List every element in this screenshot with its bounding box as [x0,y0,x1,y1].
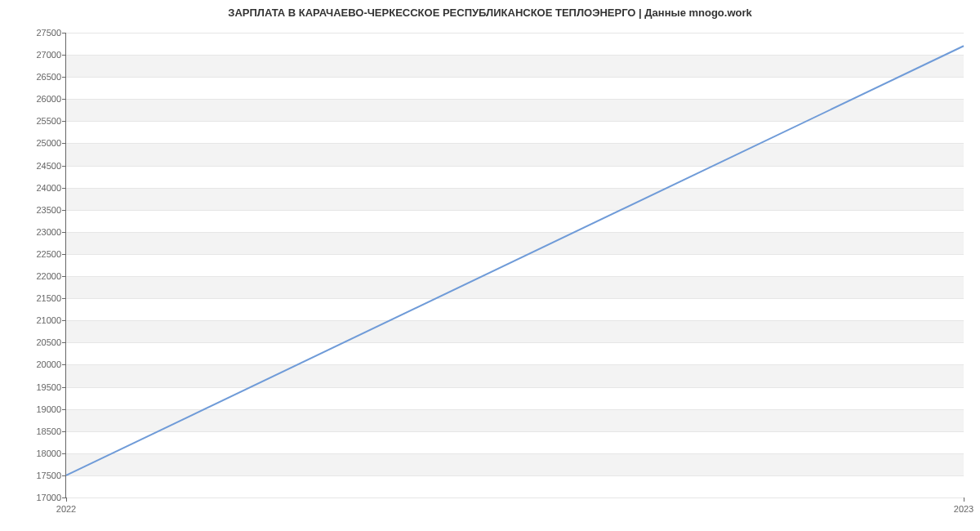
y-tick-label: 26000 [36,94,66,104]
y-tick-label: 22000 [36,271,66,281]
y-tick-label: 26500 [36,72,66,82]
y-tick-label: 18500 [36,426,66,436]
y-tick-label: 24000 [36,183,66,193]
plot-area: 1700017500180001850019000195002000020500… [65,33,964,498]
data-line [66,33,964,498]
y-tick-label: 20500 [36,337,66,347]
y-tick-label: 20000 [36,359,66,369]
y-tick-label: 19000 [36,404,66,414]
y-tick-label: 23500 [36,205,66,215]
x-tick-label: 2023 [954,498,973,514]
y-gridline [66,498,964,498]
y-tick-label: 19500 [36,382,66,392]
series-line [66,46,964,475]
y-tick-label: 21000 [36,315,66,325]
y-tick-label: 24500 [36,161,66,171]
chart-container: ЗАРПЛАТА В КАРАЧАЕВО-ЧЕРКЕССКОЕ РЕСПУБЛИ… [0,0,980,531]
y-tick-label: 25500 [36,116,66,126]
chart-title: ЗАРПЛАТА В КАРАЧАЕВО-ЧЕРКЕССКОЕ РЕСПУБЛИ… [0,7,980,19]
y-tick-label: 21500 [36,293,66,303]
y-tick-label: 17500 [36,471,66,480]
x-tick-label: 2022 [56,498,76,514]
y-tick-label: 27000 [36,50,66,60]
y-tick-label: 22500 [36,249,66,259]
y-tick-label: 27500 [36,28,66,38]
y-tick-label: 18000 [36,448,66,458]
y-tick-label: 23000 [36,227,66,237]
y-tick-label: 25000 [36,138,66,148]
